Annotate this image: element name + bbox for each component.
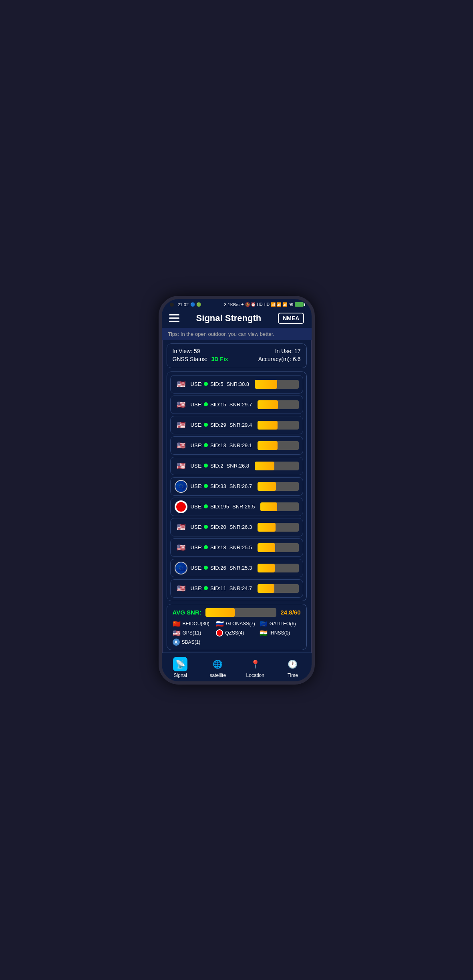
const-name-0: BEIDOU(30)	[183, 621, 209, 627]
constellation-item-0: 🇨🇳BEIDOU(30)	[173, 620, 214, 628]
avg-snr-bar	[205, 608, 235, 617]
sat-info-2: USE: SID:29	[191, 422, 226, 428]
status-bar: 21:02 🔵 🟢 3.1KB/s ✈ 🔕 ⏰ HD HD 📶 📶 📶 99	[162, 299, 312, 309]
constellation-item-6: ASBAS(1)	[173, 639, 214, 646]
in-use: In Use: 17	[275, 348, 301, 354]
sat-snr-label-10: SNR:24.7	[229, 585, 252, 591]
snr-bar-8	[258, 543, 275, 552]
const-name-6: SBAS(1)	[182, 639, 201, 645]
gnss-status-label: GNSS Status:	[173, 356, 207, 362]
status-icons: 🔵 🟢	[190, 302, 201, 307]
battery-icon	[295, 302, 304, 307]
sat-info-4: USE: SID:2	[191, 463, 223, 469]
const-flag-3: 🇺🇸	[173, 629, 181, 637]
snr-bar-6	[260, 502, 277, 511]
snr-bar-container-3	[258, 441, 298, 450]
sat-flag-3: 🇺🇸	[175, 439, 187, 452]
page-title: Signal Strength	[196, 313, 262, 323]
snr-bar-9	[258, 564, 275, 572]
sat-flag-4: 🇺🇸	[175, 460, 187, 472]
const-name-3: GPS(11)	[183, 630, 201, 636]
nav-label-signal: Signal	[174, 673, 187, 678]
sat-info-6: USE: SID:195	[191, 504, 229, 510]
sat-flag-1: 🇺🇸	[175, 398, 187, 411]
tips-bar: Tips: In the open outdoor, you can view …	[162, 328, 312, 340]
satellites-container: 🇺🇸USE: SID:5SNR:30.8🇺🇸USE: SID:15SNR:29.…	[167, 372, 307, 601]
sat-info-3: USE: SID:13	[191, 442, 226, 448]
avg-snr-value: 24.8/60	[280, 609, 300, 616]
const-name-1: GLONASS(7)	[226, 621, 255, 627]
snr-bar-container-6	[260, 502, 298, 511]
snr-bar-5	[258, 482, 276, 491]
nav-item-satellite[interactable]: 🌐satellite	[199, 655, 237, 680]
const-name-5: IRNSS(0)	[270, 630, 290, 636]
nav-item-time[interactable]: 🕐Time	[274, 655, 312, 680]
nav-item-signal[interactable]: 📡Signal	[162, 655, 199, 680]
sat-row-2: 🇺🇸USE: SID:29SNR:29.4	[170, 416, 303, 434]
nav-label-time: Time	[288, 673, 298, 678]
gnss-status-row: GNSS Status: 3D Fix	[173, 356, 228, 362]
sat-row-5: 🇪🇺USE: SID:33SNR:26.7	[170, 477, 303, 496]
sat-row-0: 🇺🇸USE: SID:5SNR:30.8	[170, 375, 303, 394]
const-flag-1: 🇷🇺	[216, 620, 224, 628]
sat-row-8: 🇺🇸USE: SID:18SNR:25.5	[170, 538, 303, 557]
sat-info-10: USE: SID:11	[191, 585, 226, 591]
nav-icon-location: 📍	[248, 657, 262, 671]
nmea-button[interactable]: NMEA	[278, 313, 304, 324]
sat-info-5: USE: SID:33	[191, 483, 226, 489]
sat-info-7: USE: SID:20	[191, 524, 226, 530]
sat-row-3: 🇺🇸USE: SID:13SNR:29.1	[170, 436, 303, 455]
snr-bar-4	[255, 462, 274, 470]
sat-snr-label-3: SNR:29.1	[229, 442, 252, 448]
snr-bar-3	[258, 441, 278, 450]
const-name-2: GALILEO(6)	[270, 621, 296, 627]
status-right: 3.1KB/s ✈ 🔕 ⏰ HD HD 📶 📶 📶 99	[224, 302, 303, 307]
status-speed: 3.1KB/s	[224, 302, 240, 307]
menu-button[interactable]	[169, 314, 179, 322]
sat-row-10: 🇺🇸USE: SID:11SNR:24.7	[170, 579, 303, 598]
snr-bar-container-1	[258, 400, 298, 409]
snr-bar-7	[258, 523, 276, 532]
sat-flag-5: 🇪🇺	[175, 480, 187, 493]
snr-bar-0	[255, 380, 277, 389]
in-view: In View: 59	[173, 348, 200, 354]
accuracy: Accuracy(m): 6.6	[258, 356, 301, 362]
nav-icon-satellite: 🌐	[211, 657, 225, 671]
sat-info-9: USE: SID:26	[191, 565, 226, 571]
status-signal-icons: ✈ 🔕 ⏰ HD HD 📶 📶 📶	[241, 302, 287, 307]
sat-info-8: USE: SID:18	[191, 544, 226, 550]
const-flag-5: 🇮🇳	[260, 629, 268, 637]
sat-flag-10: 🇺🇸	[175, 582, 187, 595]
nav-label-satellite: satellite	[209, 673, 226, 678]
const-flag-0: 🇨🇳	[173, 620, 181, 628]
sat-snr-label-1: SNR:29.7	[229, 402, 252, 408]
status-battery-text: 99	[288, 302, 293, 307]
gnss-status-value: 3D Fix	[211, 356, 228, 362]
sat-snr-label-7: SNR:26.3	[229, 524, 252, 530]
constellation-item-4: QZSS(4)	[216, 629, 257, 637]
sat-snr-label-9: SNR:25.3	[229, 565, 252, 571]
sat-row-1: 🇺🇸USE: SID:15SNR:29.7	[170, 396, 303, 414]
snr-bar-container-10	[258, 584, 298, 593]
phone-frame: 21:02 🔵 🟢 3.1KB/s ✈ 🔕 ⏰ HD HD 📶 📶 📶 99 S…	[159, 296, 315, 685]
snr-bar-container-0	[255, 380, 299, 389]
gnss-card: In View: 59 In Use: 17 GNSS Status: 3D F…	[167, 343, 307, 368]
bottom-nav: 📡Signal🌐satellite📍Location🕐Time	[162, 653, 312, 681]
nav-item-location[interactable]: 📍Location	[237, 655, 274, 680]
avg-snr-card: AVG SNR: 24.8/60 🇨🇳BEIDOU(30)🇷🇺GLONASS(7…	[167, 604, 307, 650]
sat-flag-2: 🇺🇸	[175, 419, 187, 432]
sat-snr-label-0: SNR:30.8	[227, 381, 249, 387]
app-header: Signal Strength NMEA	[162, 309, 312, 328]
sat-flag-9: 🇪🇺	[175, 562, 187, 574]
sat-row-7: 🇺🇸USE: SID:20SNR:26.3	[170, 518, 303, 536]
sat-row-9: 🇪🇺USE: SID:26SNR:25.3	[170, 559, 303, 577]
constellation-item-3: 🇺🇸GPS(11)	[173, 629, 214, 637]
avg-snr-label: AVG SNR:	[173, 609, 201, 616]
sat-row-6: USE: SID:195SNR:26.5	[170, 498, 303, 516]
snr-bar-container-8	[258, 543, 298, 552]
sat-info-1: USE: SID:15	[191, 402, 226, 408]
sat-snr-label-6: SNR:26.5	[232, 504, 255, 510]
constellation-item-2: 🇪🇺GALILEO(6)	[260, 620, 301, 628]
sat-row-4: 🇺🇸USE: SID:2SNR:26.8	[170, 457, 303, 475]
sat-snr-label-8: SNR:25.5	[229, 544, 252, 550]
